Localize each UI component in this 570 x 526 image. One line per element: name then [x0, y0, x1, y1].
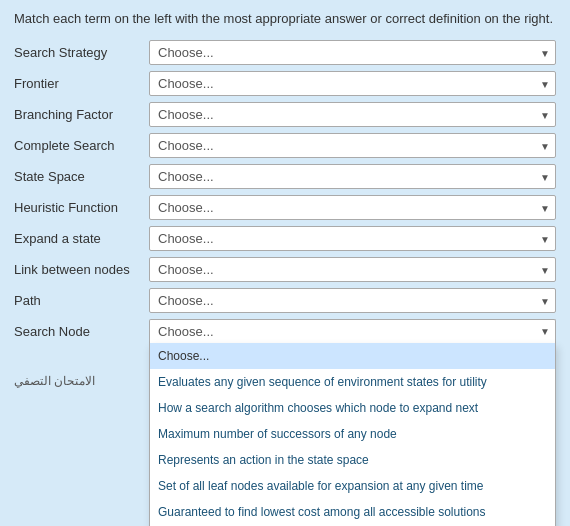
select-wrapper-path: Choose...Evaluates any given sequence of…: [149, 288, 556, 313]
match-row-branching-factor: Branching FactorChoose...Evaluates any g…: [14, 102, 556, 127]
term-label-branching-factor: Branching Factor: [14, 107, 149, 122]
select-wrapper-search-node: Choose...Evaluates any given sequence of…: [149, 319, 556, 343]
main-container: Match each term on the left with the mos…: [0, 0, 570, 359]
select-wrapper-search-strategy: Choose...Evaluates any given sequence of…: [149, 40, 556, 65]
instructions-text: Match each term on the left with the mos…: [14, 10, 556, 28]
select-complete-search[interactable]: Choose...Evaluates any given sequence of…: [149, 133, 556, 158]
select-wrapper-state-space: Choose...Evaluates any given sequence of…: [149, 164, 556, 189]
select-wrapper-expand-state: Choose...Evaluates any given sequence of…: [149, 226, 556, 251]
term-label-complete-search: Complete Search: [14, 138, 149, 153]
watermark-text: الامتحان التصفي: [14, 374, 95, 388]
select-wrapper-frontier: Choose...Evaluates any given sequence of…: [149, 71, 556, 96]
dropdown-option-0[interactable]: Choose...: [150, 343, 555, 369]
select-path[interactable]: Choose...Evaluates any given sequence of…: [149, 288, 556, 313]
match-row-path: PathChoose...Evaluates any given sequenc…: [14, 288, 556, 313]
term-label-state-space: State Space: [14, 169, 149, 184]
select-expand-state[interactable]: Choose...Evaluates any given sequence of…: [149, 226, 556, 251]
dropdown-option-4[interactable]: Represents an action in the state space: [150, 447, 555, 473]
select-state-space[interactable]: Choose...Evaluates any given sequence of…: [149, 164, 556, 189]
match-row-heuristic-function: Heuristic FunctionChoose...Evaluates any…: [14, 195, 556, 220]
match-row-search-node: Search NodeChoose...Evaluates any given …: [14, 319, 556, 343]
select-wrapper-complete-search: Choose...Evaluates any given sequence of…: [149, 133, 556, 158]
match-row-link-between-nodes: Link between nodesChoose...Evaluates any…: [14, 257, 556, 282]
dropdown-option-3[interactable]: Maximum number of successors of any node: [150, 421, 555, 447]
term-label-search-node: Search Node: [14, 324, 149, 339]
select-link-between-nodes[interactable]: Choose...Evaluates any given sequence of…: [149, 257, 556, 282]
select-wrapper-heuristic-function: Choose...Evaluates any given sequence of…: [149, 195, 556, 220]
select-wrapper-link-between-nodes: Choose...Evaluates any given sequence of…: [149, 257, 556, 282]
dropdown-option-6[interactable]: Guaranteed to find lowest cost among all…: [150, 499, 555, 525]
matching-rows: Search StrategyChoose...Evaluates any gi…: [14, 40, 556, 343]
term-label-expand-state: Expand a state: [14, 231, 149, 246]
match-row-complete-search: Complete SearchChoose...Evaluates any gi…: [14, 133, 556, 158]
dropdown-option-1[interactable]: Evaluates any given sequence of environm…: [150, 369, 555, 395]
match-row-state-space: State SpaceChoose...Evaluates any given …: [14, 164, 556, 189]
dropdown-option-2[interactable]: How a search algorithm chooses which nod…: [150, 395, 555, 421]
select-frontier[interactable]: Choose...Evaluates any given sequence of…: [149, 71, 556, 96]
term-label-search-strategy: Search Strategy: [14, 45, 149, 60]
select-branching-factor[interactable]: Choose...Evaluates any given sequence of…: [149, 102, 556, 127]
select-search-strategy[interactable]: Choose...Evaluates any given sequence of…: [149, 40, 556, 65]
term-label-heuristic-function: Heuristic Function: [14, 200, 149, 215]
dropdown-option-5[interactable]: Set of all leaf nodes available for expa…: [150, 473, 555, 499]
dropdown-list-search-node: Choose...Evaluates any given sequence of…: [149, 343, 556, 526]
match-row-expand-state: Expand a stateChoose...Evaluates any giv…: [14, 226, 556, 251]
select-heuristic-function[interactable]: Choose...Evaluates any given sequence of…: [149, 195, 556, 220]
term-label-link-between-nodes: Link between nodes: [14, 262, 149, 277]
term-label-frontier: Frontier: [14, 76, 149, 91]
select-wrapper-branching-factor: Choose...Evaluates any given sequence of…: [149, 102, 556, 127]
term-label-path: Path: [14, 293, 149, 308]
match-row-frontier: FrontierChoose...Evaluates any given seq…: [14, 71, 556, 96]
match-row-search-strategy: Search StrategyChoose...Evaluates any gi…: [14, 40, 556, 65]
select-search-node[interactable]: Choose...Evaluates any given sequence of…: [149, 319, 556, 343]
